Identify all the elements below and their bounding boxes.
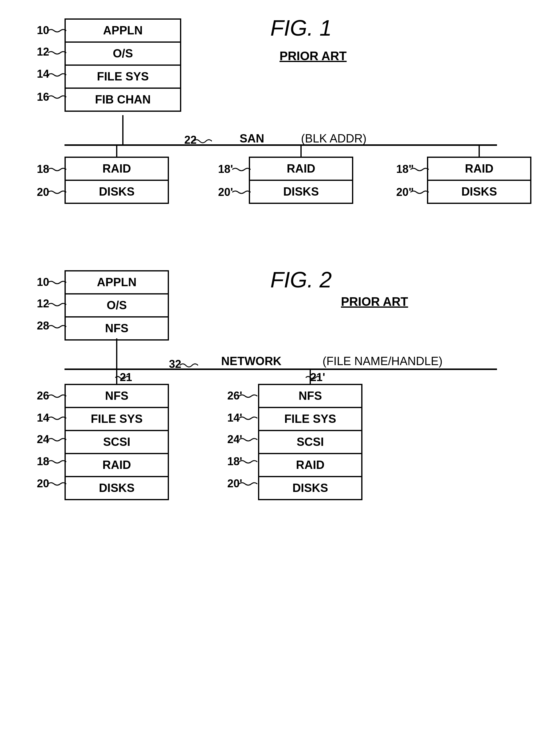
disks-box-s1: DISKS bbox=[66, 477, 168, 499]
fibchan-box: FIB CHAN bbox=[66, 89, 180, 111]
wavy-22 bbox=[194, 137, 212, 146]
raid-box-1: RAID bbox=[66, 158, 168, 181]
wavy2-28 bbox=[48, 323, 67, 330]
wavy-18b bbox=[232, 166, 251, 173]
label-12: 12 bbox=[37, 46, 49, 58]
fig2-title: FIG. 2 bbox=[270, 267, 332, 292]
raid-stack-1: RAID DISKS bbox=[65, 157, 169, 204]
wavy-20e bbox=[239, 480, 257, 487]
disks-box-3: DISKS bbox=[428, 181, 530, 203]
bus-to-raid2 bbox=[295, 145, 307, 158]
wavy-16 bbox=[48, 93, 67, 101]
nfs-box-s2: NFS bbox=[259, 385, 361, 408]
raid-box-3: RAID bbox=[428, 158, 530, 181]
diagram-fig2: FIG. 2 PRIOR ART 10 12 28 APPLN O/S NFS … bbox=[18, 264, 522, 547]
disks-box-2: DISKS bbox=[250, 181, 352, 203]
server-stack-1: NFS FILE SYS SCSI RAID DISKS bbox=[65, 384, 169, 500]
label-20d: 20 bbox=[37, 477, 49, 490]
host-stack-2: APPLN O/S NFS bbox=[65, 270, 169, 341]
label-10: 10 bbox=[37, 24, 49, 37]
network-addr: (FILE NAME/HANDLE) bbox=[323, 355, 443, 368]
os-box: O/S bbox=[66, 43, 180, 66]
label-24a: 24 bbox=[37, 433, 49, 446]
wavy-20c bbox=[410, 188, 429, 196]
disks-box-1: DISKS bbox=[66, 181, 168, 203]
host-stack: APPLN O/S FILE SYS FIB CHAN bbox=[65, 18, 181, 112]
wavy-18a bbox=[48, 166, 67, 173]
label-14a: 14 bbox=[37, 411, 49, 424]
wavy-20b bbox=[232, 188, 251, 196]
wavy2-12 bbox=[48, 301, 67, 308]
san-bus bbox=[65, 144, 497, 146]
bus-to-s1 bbox=[111, 370, 123, 385]
nfs-box-s1: NFS bbox=[66, 385, 168, 408]
bus-to-s2 bbox=[304, 370, 316, 385]
wavy-32 bbox=[180, 361, 198, 370]
fig1-title: FIG. 1 bbox=[270, 15, 332, 41]
server-stack-2: NFS FILE SYS SCSI RAID DISKS bbox=[258, 384, 362, 500]
label-20b: 20' bbox=[218, 186, 233, 199]
wavy-20d bbox=[48, 480, 67, 487]
fig2-prior-art: PRIOR ART bbox=[341, 295, 408, 309]
filesys-box-s1: FILE SYS bbox=[66, 408, 168, 431]
raid-box-s1: RAID bbox=[66, 454, 168, 477]
bus-to-raid3 bbox=[473, 145, 485, 158]
label-18b: 18' bbox=[218, 163, 233, 176]
wavy-14a bbox=[48, 414, 67, 422]
wavy2-10 bbox=[48, 279, 67, 286]
wavy-24a bbox=[48, 436, 67, 443]
wavy-18d bbox=[48, 458, 67, 466]
filesys-box: FILE SYS bbox=[66, 66, 180, 89]
wavy-14b bbox=[239, 414, 257, 422]
raid-box-s2: RAID bbox=[259, 454, 361, 477]
wavy-18c bbox=[410, 166, 429, 173]
label2-10: 10 bbox=[37, 276, 49, 289]
network-bus bbox=[65, 369, 497, 370]
appln-box-2: APPLN bbox=[66, 271, 168, 294]
label2-28: 28 bbox=[37, 319, 49, 332]
disks-box-s2: DISKS bbox=[259, 477, 361, 499]
label-14: 14 bbox=[37, 67, 49, 80]
host2-to-bus bbox=[111, 338, 123, 369]
page: FIG. 1 PRIOR ART 10 12 14 16 APPLN O/S F… bbox=[0, 0, 540, 756]
wavy-20a bbox=[48, 188, 67, 196]
wavy-26a bbox=[48, 392, 67, 400]
appln-box: APPLN bbox=[66, 20, 180, 43]
san-label: SAN bbox=[240, 132, 264, 145]
nfs-box-host: NFS bbox=[66, 317, 168, 339]
filesys-box-s2: FILE SYS bbox=[259, 408, 361, 431]
wavy-18e bbox=[239, 458, 257, 466]
wavy-24b bbox=[239, 436, 257, 443]
wavy-12 bbox=[48, 49, 67, 56]
label-26a: 26 bbox=[37, 389, 49, 402]
raid-stack-3: RAID DISKS bbox=[427, 157, 531, 204]
raid-box-2: RAID bbox=[250, 158, 352, 181]
network-label: NETWORK bbox=[221, 355, 281, 368]
label-16: 16 bbox=[37, 91, 49, 103]
san-addr: (BLK ADDR) bbox=[301, 132, 366, 145]
raid-stack-2: RAID DISKS bbox=[249, 157, 353, 204]
wavy-26b bbox=[239, 392, 257, 400]
wavy-10 bbox=[48, 27, 67, 34]
wavy-14 bbox=[48, 71, 67, 79]
label-18a: 18 bbox=[37, 163, 49, 176]
scsi-box-s1: SCSI bbox=[66, 431, 168, 454]
host-to-bus bbox=[117, 115, 129, 146]
scsi-box-s2: SCSI bbox=[259, 431, 361, 454]
os-box-2: O/S bbox=[66, 294, 168, 317]
label-20a: 20 bbox=[37, 186, 49, 199]
bus-to-raid1 bbox=[111, 145, 123, 158]
diagram-fig1: FIG. 1 PRIOR ART 10 12 14 16 APPLN O/S F… bbox=[18, 12, 522, 233]
fig1-prior-art: PRIOR ART bbox=[280, 49, 347, 63]
label2-12: 12 bbox=[37, 297, 49, 310]
label-18d: 18 bbox=[37, 455, 49, 468]
